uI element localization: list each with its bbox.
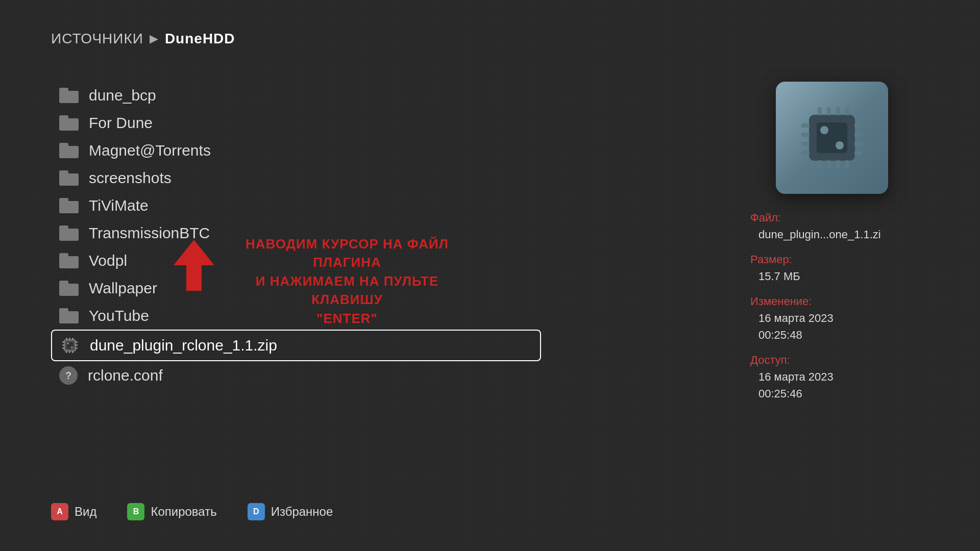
svg-rect-36 bbox=[854, 151, 863, 155]
file-value: dune_plugin...one_1.1.zi bbox=[758, 226, 929, 243]
a-key: A bbox=[51, 503, 68, 520]
svg-rect-23 bbox=[836, 107, 840, 115]
svg-rect-33 bbox=[854, 123, 863, 128]
svg-marker-16 bbox=[174, 240, 214, 291]
svg-rect-11 bbox=[62, 344, 65, 346]
svg-rect-13 bbox=[75, 341, 78, 343]
folder-icon bbox=[59, 226, 79, 241]
file-name: dune_plugin_rclone_1.1.zip bbox=[90, 337, 277, 354]
svg-rect-32 bbox=[801, 151, 810, 155]
file-name: YouTube bbox=[89, 307, 149, 324]
svg-rect-12 bbox=[62, 347, 65, 349]
file-thumbnail bbox=[776, 82, 888, 194]
folder-icon bbox=[59, 308, 79, 323]
list-item[interactable]: ? rclone.conf bbox=[51, 361, 541, 390]
svg-rect-10 bbox=[62, 341, 65, 343]
file-name: TiViMate bbox=[89, 197, 149, 214]
svg-point-19 bbox=[820, 126, 828, 134]
file-name: Vodpl bbox=[89, 252, 127, 269]
svg-rect-35 bbox=[854, 142, 863, 146]
modified-label: Изменение: bbox=[750, 293, 929, 310]
d-key: D bbox=[248, 503, 265, 520]
file-label: Файл: bbox=[750, 209, 929, 226]
size-value: 15.7 МБ bbox=[758, 268, 929, 285]
modified-date: 16 марта 2023 bbox=[758, 310, 929, 327]
svg-rect-8 bbox=[69, 350, 70, 353]
svg-rect-24 bbox=[845, 107, 849, 115]
svg-rect-7 bbox=[66, 350, 67, 353]
svg-rect-15 bbox=[75, 347, 78, 349]
file-name: dune_bcp bbox=[89, 87, 156, 104]
size-label: Размер: bbox=[750, 251, 929, 268]
list-item[interactable]: For Dune bbox=[51, 109, 541, 137]
copy-label: Копировать bbox=[151, 505, 216, 519]
access-date: 16 марта 2023 bbox=[758, 368, 929, 385]
annotation-text: НАВОДИМ КУРСОР НА ФАЙЛ ПЛАГИНА И НАЖИМАЕ… bbox=[225, 235, 470, 328]
breadcrumb-parent: ИСТОЧНИКИ bbox=[51, 31, 143, 47]
file-name: screenshots bbox=[89, 169, 172, 187]
list-item[interactable]: dune_bcp bbox=[51, 82, 541, 109]
svg-point-20 bbox=[836, 141, 844, 149]
svg-rect-30 bbox=[801, 133, 810, 137]
view-label: Вид bbox=[75, 505, 96, 519]
svg-rect-34 bbox=[854, 133, 863, 137]
svg-point-3 bbox=[71, 346, 73, 348]
svg-rect-29 bbox=[801, 123, 810, 128]
toolbar: A Вид B Копировать D Избранное bbox=[51, 503, 333, 520]
list-item[interactable]: screenshots bbox=[51, 164, 541, 192]
svg-rect-31 bbox=[801, 142, 810, 146]
file-name: rclone.conf bbox=[88, 367, 163, 384]
breadcrumb-separator: ▶ bbox=[150, 32, 159, 45]
favorites-button[interactable]: D Избранное bbox=[248, 503, 333, 520]
list-item-selected[interactable]: dune_plugin_rclone_1.1.zip bbox=[51, 330, 541, 361]
svg-rect-22 bbox=[827, 107, 831, 115]
breadcrumb: ИСТОЧНИКИ ▶ DuneHDD bbox=[51, 31, 235, 47]
annotation: НАВОДИМ КУРСОР НА ФАЙЛ ПЛАГИНА И НАЖИМАЕ… bbox=[174, 235, 470, 328]
b-key: B bbox=[127, 503, 144, 520]
svg-rect-28 bbox=[845, 160, 849, 168]
svg-rect-9 bbox=[72, 350, 74, 353]
access-label: Доступ: bbox=[750, 352, 929, 368]
view-button[interactable]: A Вид bbox=[51, 503, 96, 520]
svg-point-2 bbox=[67, 342, 69, 344]
plugin-icon bbox=[60, 336, 80, 355]
file-info: Файл: dune_plugin...one_1.1.zi Размер: 1… bbox=[750, 209, 929, 402]
folder-icon bbox=[59, 143, 79, 158]
list-item[interactable]: Magnet@Torrents bbox=[51, 137, 541, 164]
svg-rect-27 bbox=[836, 160, 840, 168]
file-name: For Dune bbox=[89, 114, 153, 132]
svg-rect-6 bbox=[72, 338, 74, 340]
svg-rect-18 bbox=[817, 122, 847, 153]
folder-icon bbox=[59, 115, 79, 131]
svg-rect-5 bbox=[69, 338, 70, 340]
folder-icon bbox=[59, 281, 79, 296]
file-name: Magnet@Torrents bbox=[89, 142, 211, 159]
access-time: 00:25:46 bbox=[758, 385, 929, 402]
favorites-label: Избранное bbox=[271, 505, 333, 519]
folder-icon bbox=[59, 253, 79, 268]
svg-rect-21 bbox=[818, 107, 822, 115]
folder-icon bbox=[59, 170, 79, 186]
folder-icon bbox=[59, 198, 79, 213]
svg-rect-26 bbox=[827, 160, 831, 168]
arrow-down-icon bbox=[174, 240, 214, 297]
right-panel: Файл: dune_plugin...one_1.1.zi Размер: 1… bbox=[750, 82, 929, 402]
folder-icon bbox=[59, 88, 79, 103]
svg-rect-4 bbox=[66, 338, 67, 340]
svg-rect-25 bbox=[818, 160, 822, 168]
copy-button[interactable]: B Копировать bbox=[127, 503, 216, 520]
modified-time: 00:25:48 bbox=[758, 327, 929, 343]
breadcrumb-current: DuneHDD bbox=[165, 31, 235, 47]
file-name: Wallpaper bbox=[89, 280, 157, 297]
svg-rect-14 bbox=[75, 344, 78, 346]
list-item[interactable]: TiViMate bbox=[51, 192, 541, 219]
unknown-file-icon: ? bbox=[59, 366, 78, 385]
